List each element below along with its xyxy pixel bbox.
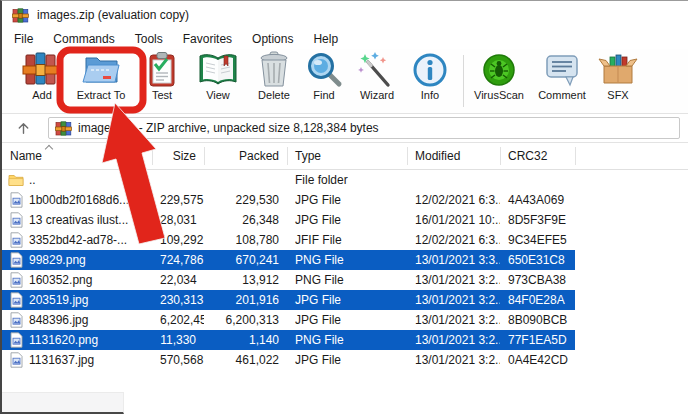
toolbar-label: SFX <box>607 89 628 101</box>
virusscan-button[interactable]: VirusScan <box>464 51 534 111</box>
table-row[interactable]: 3352bd42-ad78-...109,292108,780JFIF File… <box>2 230 575 250</box>
file-name: 1b00db2f0168d6... <box>29 193 129 207</box>
column-header-name[interactable]: Name <box>2 143 152 169</box>
toolbar-label: Delete <box>258 89 290 101</box>
file-size: 22,034 <box>152 273 204 287</box>
add-archive-icon <box>22 51 62 89</box>
winrar-window: images.zip (evaluation copy) File Comman… <box>0 0 688 414</box>
file-packed: 13,912 <box>204 273 287 287</box>
file-size: 109,292 <box>152 233 204 247</box>
menu-options[interactable]: Options <box>242 30 303 48</box>
column-header-type[interactable]: Type <box>287 143 407 169</box>
up-arrow-icon <box>16 121 31 136</box>
table-row[interactable]: 99829.png724,786670,241PNG File13/01/202… <box>2 250 575 270</box>
test-icon <box>142 51 182 89</box>
table-row[interactable]: ..File folder <box>2 170 575 190</box>
image-file-icon <box>8 292 24 308</box>
wizard-icon <box>357 51 397 89</box>
toolbar-label: View <box>206 89 230 101</box>
file-type: JPG File <box>287 313 407 327</box>
file-name: 13 creativas ilust... <box>29 213 128 227</box>
table-row[interactable]: 13 creativas ilust...28,03126,348JPG Fil… <box>2 210 575 230</box>
file-crc32: 8B090BCB <box>500 313 575 327</box>
archive-address-field[interactable]: images.zip - ZIP archive, unpacked size … <box>48 117 680 139</box>
file-size: 6,202,455 <box>152 313 204 327</box>
up-button[interactable] <box>10 117 36 139</box>
menu-help[interactable]: Help <box>303 30 348 48</box>
file-packed: 670,241 <box>204 253 287 267</box>
table-row[interactable]: 1131637.jpg570,568461,022JPG File13/01/2… <box>2 350 575 370</box>
toolbar-label: Comment <box>538 89 586 101</box>
comment-icon <box>542 51 582 89</box>
column-header-packed[interactable]: Packed <box>204 143 287 169</box>
file-packed: 201,916 <box>204 293 287 307</box>
file-type: PNG File <box>287 333 407 347</box>
toolbar-label: Info <box>421 89 439 101</box>
table-row[interactable]: 160352.png22,03413,912PNG File13/01/2021… <box>2 270 575 290</box>
file-modified: 13/01/2021 3:3... <box>407 253 500 267</box>
file-size: 230,313 <box>152 293 204 307</box>
file-modified: 13/01/2021 3:2... <box>407 313 500 327</box>
file-name: 160352.png <box>29 273 92 287</box>
archive-description: images.zip - ZIP archive, unpacked size … <box>78 121 379 135</box>
file-type: JPG File <box>287 293 407 307</box>
menu-commands[interactable]: Commands <box>43 30 124 48</box>
file-size: 724,786 <box>152 253 204 267</box>
file-list: ..File folder1b00db2f0168d6...229,575229… <box>2 170 688 396</box>
file-packed: 229,530 <box>204 193 287 207</box>
delete-icon <box>254 51 294 89</box>
image-file-icon <box>8 352 24 368</box>
file-name: .. <box>29 173 36 187</box>
file-modified: 13/01/2021 3:2... <box>407 273 500 287</box>
info-icon <box>410 51 450 89</box>
file-size: 28,031 <box>152 213 204 227</box>
winrar-logo-icon <box>12 8 29 23</box>
file-name: 3352bd42-ad78-... <box>29 233 127 247</box>
file-crc32: 650E31C8 <box>500 253 575 267</box>
status-bar-fragment <box>2 392 124 414</box>
view-icon <box>198 51 238 89</box>
sfx-icon <box>598 51 638 89</box>
file-modified: 13/01/2021 3:2... <box>407 293 500 307</box>
column-header-size[interactable]: Size <box>152 143 204 169</box>
table-row[interactable]: 848396.jpg6,202,4556,200,313JPG File13/0… <box>2 310 575 330</box>
view-button[interactable]: View <box>186 51 250 111</box>
file-type: JFIF File <box>287 233 407 247</box>
file-name: 1131620.png <box>29 333 98 347</box>
file-type: PNG File <box>287 273 407 287</box>
image-file-icon <box>8 232 24 248</box>
virus-scan-icon <box>479 51 519 89</box>
file-name: 848396.jpg <box>29 313 88 327</box>
sfx-button[interactable]: SFX <box>586 51 650 111</box>
add-button[interactable]: Add <box>10 51 74 111</box>
table-row[interactable]: 203519.jpg230,313201,916JPG File13/01/20… <box>2 290 575 310</box>
column-header-modified[interactable]: Modified <box>407 143 500 169</box>
file-crc32: 4A43A069 <box>500 193 575 207</box>
menu-file[interactable]: File <box>4 30 43 48</box>
file-packed: 461,022 <box>204 353 287 367</box>
file-packed: 1,140 <box>204 333 287 347</box>
test-button[interactable]: Test <box>130 51 194 111</box>
info-button[interactable]: Info <box>398 51 462 111</box>
winrar-zip-icon <box>55 121 72 136</box>
image-file-icon <box>8 332 24 348</box>
toolbar-label: Test <box>152 89 172 101</box>
extract-to-icon <box>81 51 121 89</box>
file-type: PNG File <box>287 253 407 267</box>
file-type: File folder <box>287 173 407 187</box>
image-file-icon <box>8 252 24 268</box>
file-name: 1131637.jpg <box>29 353 94 367</box>
file-crc32: 9C34EFE5 <box>500 233 575 247</box>
menu-favorites[interactable]: Favorites <box>173 30 242 48</box>
column-header-crc32[interactable]: CRC32 <box>500 143 575 169</box>
file-packed: 108,780 <box>204 233 287 247</box>
table-row[interactable]: 1b00db2f0168d6...229,575229,530JPG File1… <box>2 190 575 210</box>
title-bar: images.zip (evaluation copy) <box>2 1 688 29</box>
toolbar-label: VirusScan <box>474 89 524 101</box>
image-file-icon <box>8 192 24 208</box>
toolbar-label: Wizard <box>360 89 394 101</box>
extract-to-button[interactable]: Extract To <box>69 51 133 111</box>
file-size: 229,575 <box>152 193 204 207</box>
menu-tools[interactable]: Tools <box>125 30 173 48</box>
table-row[interactable]: 1131620.png11,3301,140PNG File13/01/2021… <box>2 330 575 350</box>
